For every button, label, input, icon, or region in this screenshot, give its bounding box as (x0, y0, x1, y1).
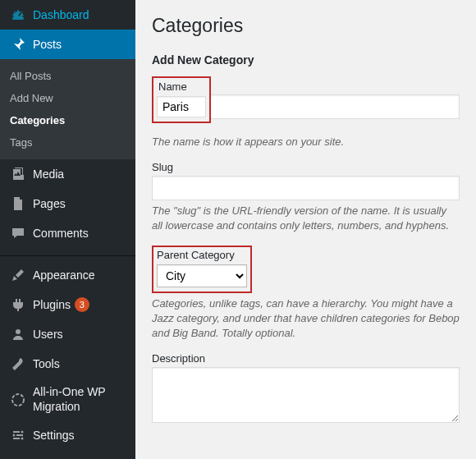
menu-label: Tools (33, 357, 60, 370)
migration-icon (10, 392, 26, 408)
users-icon (10, 326, 26, 342)
menu-label: Appearance (33, 269, 95, 282)
menu-label: Media (33, 168, 64, 181)
appearance-icon (10, 267, 26, 283)
menu-tools[interactable]: Tools (0, 349, 135, 379)
slug-input[interactable] (152, 176, 460, 200)
admin-sidebar: Dashboard Posts All Posts Add New Catego… (0, 0, 135, 459)
menu-label: Comments (33, 227, 89, 240)
dashboard-icon (10, 7, 26, 23)
menu-label: Plugins (33, 298, 71, 311)
page-icon (10, 195, 26, 212)
menu-label: Settings (33, 429, 75, 442)
menu-aio-migration[interactable]: All-in-One WP Migration (0, 379, 135, 420)
name-input-extension[interactable] (211, 94, 460, 119)
section-heading: Add New Category (152, 53, 460, 67)
menu-label: Posts (33, 38, 62, 51)
menu-label: Pages (33, 197, 66, 210)
menu-posts[interactable]: Posts (0, 30, 135, 59)
menu-comments[interactable]: Comments (0, 218, 135, 248)
menu-separator (0, 252, 135, 256)
menu-plugins[interactable]: Plugins 3 (0, 290, 135, 319)
field-slug: Slug The "slug" is the URL-friendly vers… (152, 161, 460, 233)
pushpin-icon (10, 36, 26, 53)
description-textarea[interactable] (152, 367, 460, 423)
parent-description: Categories, unlike tags, can have a hier… (152, 296, 460, 342)
page-title: Categories (152, 15, 460, 37)
name-label: Name (157, 80, 206, 93)
menu-dashboard[interactable]: Dashboard (0, 0, 135, 30)
plugin-icon (10, 296, 26, 313)
name-input[interactable] (157, 96, 206, 117)
parent-label: Parent Category (157, 249, 247, 261)
submenu-add-new[interactable]: Add New (0, 87, 135, 109)
menu-appearance[interactable]: Appearance (0, 260, 135, 290)
highlight-parent: Parent Category City (152, 246, 252, 293)
content-area: Categories Add New Category Name The nam… (135, 0, 476, 459)
parent-select[interactable]: City (157, 264, 247, 287)
svg-point-3 (21, 438, 24, 440)
submenu-tags[interactable]: Tags (0, 131, 135, 154)
comments-icon (10, 225, 26, 241)
name-description: The name is how it appears on your site. (152, 135, 460, 149)
plugins-badge: 3 (75, 297, 89, 312)
field-parent: Parent Category City Categories, unlike … (152, 246, 460, 342)
menu-settings[interactable]: Settings (0, 420, 135, 450)
menu-pages[interactable]: Pages (0, 189, 135, 218)
tools-icon (10, 356, 26, 372)
slug-description: The "slug" is the URL-friendly version o… (152, 204, 460, 233)
submenu-categories[interactable]: Categories (0, 109, 135, 131)
settings-icon (10, 427, 26, 443)
svg-point-0 (12, 394, 24, 406)
highlight-name: Name (152, 76, 211, 123)
menu-label: Users (33, 328, 63, 341)
svg-point-2 (13, 434, 16, 437)
menu-media[interactable]: Media (0, 159, 135, 189)
field-description: Description (152, 352, 460, 425)
submenu-all-posts[interactable]: All Posts (0, 65, 135, 87)
media-icon (10, 166, 26, 182)
description-label: Description (152, 352, 460, 365)
menu-label: All-in-One WP Migration (33, 385, 126, 414)
slug-label: Slug (152, 161, 460, 173)
menu-users[interactable]: Users (0, 319, 135, 349)
svg-point-1 (21, 431, 24, 434)
posts-submenu: All Posts Add New Categories Tags (0, 59, 135, 159)
field-name: Name (152, 76, 460, 123)
menu-label: Dashboard (33, 8, 89, 21)
